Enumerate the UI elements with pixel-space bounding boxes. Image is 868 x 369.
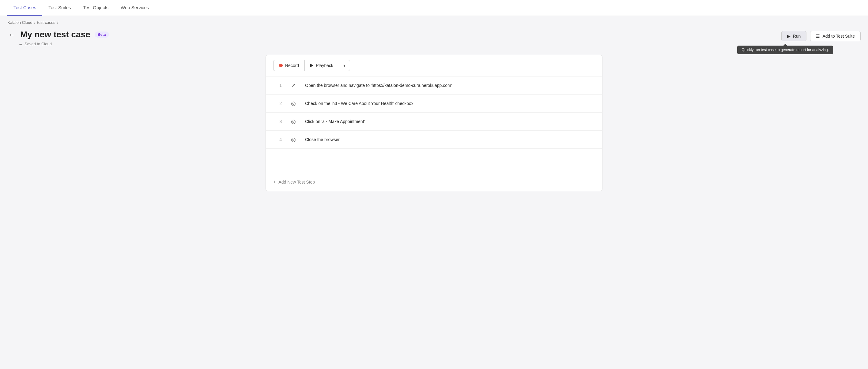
step-number-4: 4 — [273, 137, 282, 142]
chevron-down-icon: ▾ — [343, 63, 345, 68]
record-dot-icon — [279, 64, 283, 67]
breadcrumb-test-cases[interactable]: test-cases — [37, 20, 55, 25]
table-row: 4 ◎ Close the browser — [266, 131, 602, 149]
run-button[interactable]: ▶ Run — [781, 31, 807, 41]
check-circle-icon-3: ◎ — [289, 118, 298, 125]
play-icon — [310, 64, 313, 67]
run-tooltip: Quickly run test case to generate report… — [737, 45, 833, 54]
check-circle-icon-2: ◎ — [289, 100, 298, 107]
record-button[interactable]: Record — [273, 60, 305, 71]
step-number-1: 1 — [273, 83, 282, 88]
beta-badge: Beta — [95, 32, 109, 38]
main-content: Record Playback ▾ 1 ↗ Open the browser a… — [0, 47, 868, 367]
table-row: 3 ◎ Click on 'a - Make Appointment' — [266, 112, 602, 131]
breadcrumb: Katalon Cloud / test-cases / — [0, 16, 868, 27]
tab-web-services[interactable]: Web Services — [115, 0, 155, 16]
playback-button[interactable]: Playback — [305, 60, 339, 71]
page-title: My new test case — [20, 30, 90, 39]
add-suite-icon: ☰ — [816, 34, 820, 39]
title-row: ← My new test case Beta — [7, 30, 109, 39]
table-row: 1 ↗ Open the browser and navigate to 'ht… — [266, 76, 602, 95]
step-text-3: Click on 'a - Make Appointment' — [305, 119, 595, 124]
saved-cloud-status: ☁ Saved to Cloud — [7, 41, 109, 46]
breadcrumb-cloud[interactable]: Katalon Cloud — [7, 20, 32, 25]
step-text-4: Close the browser — [305, 137, 595, 142]
check-circle-icon-4: ◎ — [289, 136, 298, 143]
tab-test-suites[interactable]: Test Suites — [42, 0, 77, 16]
saved-label: Saved to Cloud — [25, 42, 52, 46]
spacer — [266, 149, 602, 173]
navigate-icon: ↗ — [289, 82, 298, 89]
page-header: ← My new test case Beta ☁ Saved to Cloud… — [0, 27, 868, 47]
step-text-1: Open the browser and navigate to 'https:… — [305, 83, 595, 88]
add-to-suite-button[interactable]: ☰ Add to Test Suite — [810, 31, 861, 41]
test-toolbar: Record Playback ▾ — [266, 55, 602, 76]
add-suite-label: Add to Test Suite — [823, 34, 855, 39]
top-nav: Test Cases Test Suites Test Objects Web … — [0, 0, 868, 16]
header-right: ▶ Run ☰ Add to Test Suite Quickly run te… — [781, 30, 861, 41]
test-steps-list: 1 ↗ Open the browser and navigate to 'ht… — [266, 76, 602, 149]
toolbar-chevron-button[interactable]: ▾ — [339, 60, 350, 71]
tab-test-cases[interactable]: Test Cases — [7, 0, 42, 16]
run-label: Run — [793, 34, 801, 39]
run-icon: ▶ — [787, 34, 790, 39]
add-step-label: Add New Test Step — [278, 179, 315, 184]
add-test-step-button[interactable]: + Add New Test Step — [266, 173, 602, 191]
header-left: ← My new test case Beta ☁ Saved to Cloud — [7, 30, 109, 46]
step-text-2: Check on the 'h3 - We Care About Your He… — [305, 101, 595, 106]
playback-label: Playback — [316, 63, 333, 68]
cloud-icon: ☁ — [19, 41, 23, 46]
record-label: Record — [285, 63, 299, 68]
step-number-2: 2 — [273, 101, 282, 106]
table-row: 2 ◎ Check on the 'h3 - We Care About You… — [266, 95, 602, 112]
step-number-3: 3 — [273, 119, 282, 124]
back-button[interactable]: ← — [7, 32, 16, 38]
plus-icon: + — [273, 179, 276, 185]
test-card: Record Playback ▾ 1 ↗ Open the browser a… — [266, 55, 602, 191]
tab-test-objects[interactable]: Test Objects — [77, 0, 115, 16]
